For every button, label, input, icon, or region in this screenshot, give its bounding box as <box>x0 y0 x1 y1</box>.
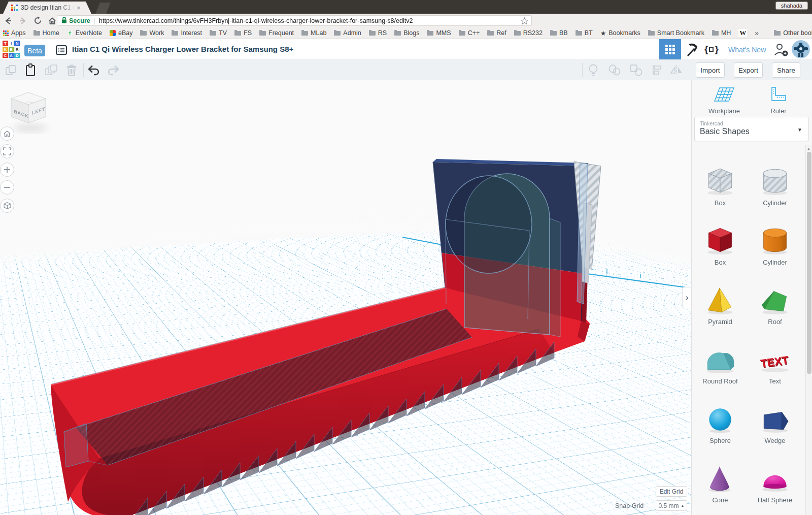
back-button[interactable] <box>2 15 15 27</box>
bookmark-rs232[interactable]: RS232 <box>514 29 543 37</box>
ruler-tool[interactable]: Ruler <box>753 86 804 115</box>
bookmark-smart[interactable]: Smart Bookmark <box>648 29 704 37</box>
bookmarks-overflow-button[interactable]: » <box>755 29 759 37</box>
copy-button[interactable] <box>4 63 17 77</box>
shape-sphere[interactable]: Sphere <box>695 392 746 452</box>
undo-button[interactable] <box>87 63 100 77</box>
shape-round-roof[interactable]: Round Roof <box>695 333 746 392</box>
browser-tab[interactable]: 3D design Itian C1 Q × <box>3 2 91 14</box>
3d-viewport[interactable]: BACK LEFT TOP Edit Grid Snap Grid 0.5 mm… <box>0 80 691 515</box>
shape-half-sphere[interactable]: Half Sphere <box>750 452 800 511</box>
mirror-button[interactable] <box>670 63 683 77</box>
forward-button[interactable] <box>16 15 29 27</box>
shape-hole-cylinder[interactable]: Cylinder <box>750 154 800 214</box>
other-bookmarks[interactable]: Other bookmarks <box>774 29 812 37</box>
redo-button[interactable] <box>107 63 120 77</box>
bookmark-wikipedia[interactable]: W <box>738 29 747 37</box>
home-view-button[interactable] <box>0 126 14 141</box>
zoom-in-button[interactable] <box>0 163 14 177</box>
shape-box[interactable]: Box <box>695 214 746 273</box>
reload-button[interactable] <box>31 15 44 27</box>
bookmark-frequent[interactable]: Frequent <box>259 29 294 37</box>
bookmark-tv[interactable]: TV <box>210 29 227 37</box>
view-cube[interactable]: BACK LEFT TOP <box>6 91 53 134</box>
new-tab-button[interactable] <box>95 3 111 14</box>
address-bar[interactable]: Secure | https://www.tinkercad.com/thing… <box>57 15 532 26</box>
tinkercad-header: TIN KER CAD Beta Itian C1 Qi Wireless Ch… <box>0 39 812 59</box>
home-view-icon <box>3 130 11 138</box>
shape-pyramid[interactable]: Pyramid <box>695 273 746 333</box>
import-button[interactable]: Import <box>696 62 725 78</box>
bookmark-ref[interactable]: Ref <box>487 29 506 37</box>
invite-user-button[interactable] <box>773 43 789 58</box>
codeblocks-button[interactable]: {} <box>704 44 719 55</box>
shape-cone[interactable]: Cone <box>695 452 746 511</box>
group-button[interactable] <box>608 63 621 77</box>
bookmark-interest[interactable]: Interest <box>172 29 202 37</box>
lightbulb-icon <box>588 63 599 77</box>
star-icon: ★ <box>600 29 606 37</box>
bookmark-fs[interactable]: FS <box>234 29 252 37</box>
bookmark-work[interactable]: Work <box>140 29 164 37</box>
minecraft-pickaxe-button[interactable] <box>684 43 698 58</box>
show-all-button[interactable] <box>587 63 600 77</box>
shape-text[interactable]: TEXT TEXT Text <box>750 333 800 392</box>
sidebar-scrollbar[interactable]: ▲ <box>805 145 812 515</box>
ungroup-button[interactable] <box>629 63 642 77</box>
design-properties-button[interactable] <box>56 45 67 57</box>
bookmark-apps[interactable]: Apps <box>3 29 26 37</box>
scroll-up-icon[interactable]: ▲ <box>807 147 810 150</box>
export-button[interactable]: Export <box>734 62 763 78</box>
bookmark-home[interactable]: Home <box>33 29 59 37</box>
tab-close-icon[interactable]: × <box>77 5 81 11</box>
folder-icon <box>712 31 719 36</box>
workplane-tool[interactable]: Workplane <box>699 86 750 115</box>
dashboard-grid-button[interactable] <box>659 39 681 59</box>
bookmark-cpp[interactable]: C++ <box>459 29 480 37</box>
paste-icon <box>24 63 37 77</box>
avatar[interactable] <box>792 40 810 58</box>
tinkercad-logo[interactable]: TIN KER CAD <box>3 41 20 58</box>
zoom-out-button[interactable] <box>0 180 14 195</box>
shape-roof[interactable]: Roof <box>750 273 800 333</box>
shape-wedge[interactable]: Wedge <box>750 392 800 452</box>
shape-library-dropdown[interactable]: Tinkercad Basic Shapes ▼ <box>694 117 809 141</box>
bookmark-rs[interactable]: RS <box>369 29 387 37</box>
bookmark-mh[interactable]: MH <box>712 29 731 37</box>
folder-icon <box>234 31 241 36</box>
shape-hole-box[interactable]: Box <box>695 154 746 214</box>
shape-cylinder[interactable]: Cylinder <box>750 214 800 273</box>
folder-icon <box>334 31 341 36</box>
scrollbar-thumb[interactable] <box>807 152 811 374</box>
bookmark-ebay[interactable]: eBay <box>110 29 133 37</box>
sidebar-collapse-button[interactable]: › <box>682 287 691 308</box>
bookmark-bookmarks[interactable]: ★Bookmarks <box>600 29 640 37</box>
bookmark-bb[interactable]: BB <box>550 29 568 37</box>
sidebar-divider <box>692 114 812 114</box>
align-button[interactable] <box>650 63 663 77</box>
bookmark-admin[interactable]: Admin <box>334 29 361 37</box>
bookmark-mms[interactable]: MMS <box>427 29 451 37</box>
bookmark-blogs[interactable]: Blogs <box>394 29 419 37</box>
bookmark-mlab[interactable]: MLab <box>301 29 326 37</box>
bookmark-evernote[interactable]: eEverNote <box>67 29 102 37</box>
snap-grid-select[interactable]: 0.5 mm ▲ <box>656 500 687 511</box>
profile-chip[interactable]: shahada <box>775 2 808 10</box>
duplicate-button[interactable] <box>45 63 58 77</box>
folder-icon <box>210 31 216 36</box>
caret-up-icon: ▲ <box>681 504 685 507</box>
star-icon <box>521 17 528 25</box>
delete-button[interactable] <box>65 63 78 77</box>
paste-button[interactable] <box>24 63 37 77</box>
fit-view-button[interactable] <box>0 144 14 158</box>
perspective-toggle-button[interactable] <box>0 199 14 213</box>
whats-new-link[interactable]: What's New <box>728 46 766 54</box>
box-icon <box>704 226 736 255</box>
group-icon <box>608 64 621 76</box>
beta-button[interactable]: Beta <box>24 45 45 56</box>
edit-grid-button[interactable]: Edit Grid <box>656 486 687 497</box>
share-button[interactable]: Share <box>772 62 800 78</box>
reload-icon <box>33 16 42 25</box>
bookmark-bt[interactable]: BT <box>576 29 593 37</box>
bookmark-star-button[interactable] <box>521 17 528 26</box>
